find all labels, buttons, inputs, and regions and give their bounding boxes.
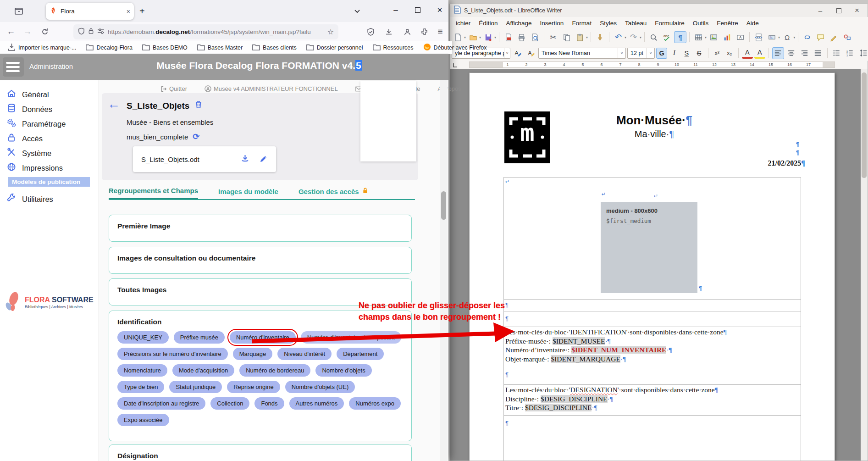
trash-icon[interactable]: [194, 101, 203, 111]
field-chip[interactable]: Collection: [210, 397, 249, 410]
sidebar-item-general[interactable]: Général: [0, 87, 105, 102]
writer-ruler[interactable]: 1234567891011121314151617: [450, 61, 868, 69]
shield-icon[interactable]: [78, 28, 85, 37]
sidebar-item-utilitaires[interactable]: Utilitaires: [0, 192, 105, 206]
unordered-list-icon[interactable]: [831, 47, 843, 59]
font-name-combo[interactable]: Times New Roman˅: [538, 48, 626, 59]
field-chip[interactable]: Fonds: [254, 397, 284, 410]
group-images-consultation[interactable]: Images de consultation ou documentaire: [109, 247, 412, 274]
field-chip[interactable]: Préfixe musée: [174, 331, 225, 344]
cut-icon[interactable]: ✂: [547, 31, 559, 43]
field-chip[interactable]: Nombre d'objets (UE): [285, 381, 355, 393]
scrollbar-thumb[interactable]: [441, 191, 446, 220]
forward-icon[interactable]: →: [20, 24, 35, 39]
writer-scrollbar-thumb[interactable]: [862, 72, 867, 178]
font-color-button[interactable]: A: [742, 48, 753, 59]
bookmark-item[interactable]: Decalog-Flora: [82, 42, 136, 54]
subscript-button[interactable]: x₂: [724, 48, 735, 59]
hamburger-menu-icon[interactable]: [3, 57, 24, 77]
line-spacing-icon[interactable]: [857, 47, 868, 59]
tab-regroupements-et-champs[interactable]: Regroupements et Champs: [109, 187, 198, 200]
new-tab-button[interactable]: +: [139, 6, 145, 17]
menu-format[interactable]: Format: [568, 18, 596, 28]
image-placeholder[interactable]: medium - 800x600 $first_medium: [601, 202, 697, 293]
show-draw-functions-icon[interactable]: [841, 31, 853, 43]
group-designation[interactable]: Désignation: [109, 444, 412, 461]
download-file-icon[interactable]: [241, 154, 249, 165]
bookmark-item[interactable]: Dossier personnel: [302, 42, 367, 54]
redo-dropdown-icon[interactable]: ▾: [640, 35, 641, 39]
menu-formulaire[interactable]: Formulaire: [651, 18, 689, 28]
field-chip[interactable]: Autres numéros: [289, 397, 344, 410]
tab-images-du-modele[interactable]: Images du modèle: [218, 187, 278, 200]
field-chip[interactable]: Marquage: [233, 348, 273, 360]
insert-special-character-icon[interactable]: Ω: [781, 31, 793, 43]
field-chip[interactable]: Nomenclature: [117, 364, 167, 377]
field-chip[interactable]: Reprise origine: [227, 381, 280, 393]
save-dropdown-icon[interactable]: ▾: [494, 35, 496, 39]
url-text[interactable]: https://demobam.decalog.net/formationv45…: [108, 28, 324, 35]
user-link[interactable]: Musée v4 ADMINISTRATEUR FONCTIONNEL: [205, 85, 338, 92]
list-all-tabs-icon[interactable]: [354, 7, 360, 16]
menu-ichier[interactable]: ichier: [452, 18, 475, 28]
insert-special-character-dropdown-icon[interactable]: ▾: [793, 35, 795, 39]
field-chip[interactable]: Mode d'acquisition: [172, 364, 234, 377]
font-size-combo-dropdown-icon[interactable]: ˅: [647, 48, 654, 58]
writer-minimize-button[interactable]: –: [812, 5, 829, 16]
group-premiere-image[interactable]: Première Image: [109, 215, 412, 242]
permissions-icon[interactable]: [97, 28, 105, 36]
tab-gestion-des-acces[interactable]: Gestion des accès: [299, 187, 368, 200]
bookmark-item[interactable]: Bases Master: [193, 42, 246, 54]
track-changes-icon[interactable]: [828, 31, 840, 43]
field-chip[interactable]: Département: [337, 348, 384, 360]
spelling-icon[interactable]: abc: [661, 31, 673, 43]
open-dropdown-icon[interactable]: ▾: [479, 35, 481, 39]
field-chip[interactable]: Précisions sur le numéro d'inventaire: [117, 348, 228, 360]
highlight-color-button[interactable]: A: [754, 48, 765, 59]
menu-tableau[interactable]: Tableau: [621, 18, 651, 28]
justify-icon[interactable]: [812, 47, 824, 59]
insert-text-box-icon[interactable]: A: [734, 31, 746, 43]
url-bar[interactable]: https://demobam.decalog.net/formationv45…: [73, 24, 338, 39]
align-left-icon[interactable]: [772, 47, 784, 59]
field-chip[interactable]: Date d'inscription au registre: [117, 397, 205, 410]
export-pdf-icon[interactable]: [502, 31, 514, 43]
insert-comment-icon[interactable]: [814, 31, 827, 43]
edit-pencil-icon[interactable]: [260, 154, 268, 164]
insert-table-icon[interactable]: [692, 31, 705, 43]
tab-close-icon[interactable]: ×: [127, 8, 130, 15]
insert-table-dropdown-icon[interactable]: ▾: [705, 35, 707, 39]
align-right-icon[interactable]: [799, 47, 811, 59]
menu-styles[interactable]: Styles: [596, 18, 621, 28]
field-chip[interactable]: Nombre d'objets: [315, 364, 371, 377]
underline-button[interactable]: S: [681, 48, 692, 59]
sidebar-item-modeles-de-publication[interactable]: Modèles de publication: [8, 177, 90, 187]
insert-chart-icon[interactable]: [721, 31, 733, 43]
bookmark-item[interactable]: Ressources: [369, 42, 417, 54]
new-document-dropdown-icon[interactable]: ▾: [464, 35, 466, 39]
bookmark-item[interactable]: Bases DEMO: [138, 42, 191, 54]
sidebar-item-donnees[interactable]: Données: [0, 102, 105, 117]
menu-icon[interactable]: ≡: [433, 24, 448, 39]
window-minimize-button[interactable]: –: [388, 4, 404, 17]
bookmark-item[interactable]: Bases clients: [248, 42, 300, 54]
insert-field-icon[interactable]: fx: [766, 31, 778, 43]
sidebar-item-parametrage[interactable]: Paramétrage: [0, 117, 105, 131]
ordered-list-icon[interactable]: 123: [844, 47, 856, 59]
paste-icon[interactable]: [574, 31, 586, 43]
bookmark-star-icon[interactable]: ☆: [327, 28, 334, 36]
paragraph-style-combo-dropdown-icon[interactable]: ˅: [504, 48, 510, 58]
field-chip[interactable]: Numéros expo: [349, 397, 401, 410]
field-chip[interactable]: UNIQUE_KEY: [117, 331, 169, 344]
menu-insertion[interactable]: Insertion: [536, 18, 568, 28]
menu-édition[interactable]: Édition: [475, 18, 502, 28]
browser-tab[interactable]: Flora ×: [46, 3, 134, 20]
writer-maximize-button[interactable]: [830, 5, 847, 16]
strikethrough-button[interactable]: S: [693, 48, 704, 59]
bookmark-item[interactable]: Importer les marque-...: [4, 42, 80, 54]
field-chip[interactable]: Statut juridique: [169, 381, 222, 393]
window-close-button[interactable]: ×: [432, 4, 448, 17]
font-size-combo[interactable]: 12 pt˅: [627, 48, 655, 59]
template-file-card[interactable]: S_Liste_Objets.odt: [133, 146, 276, 172]
insert-image-icon[interactable]: [708, 31, 720, 43]
